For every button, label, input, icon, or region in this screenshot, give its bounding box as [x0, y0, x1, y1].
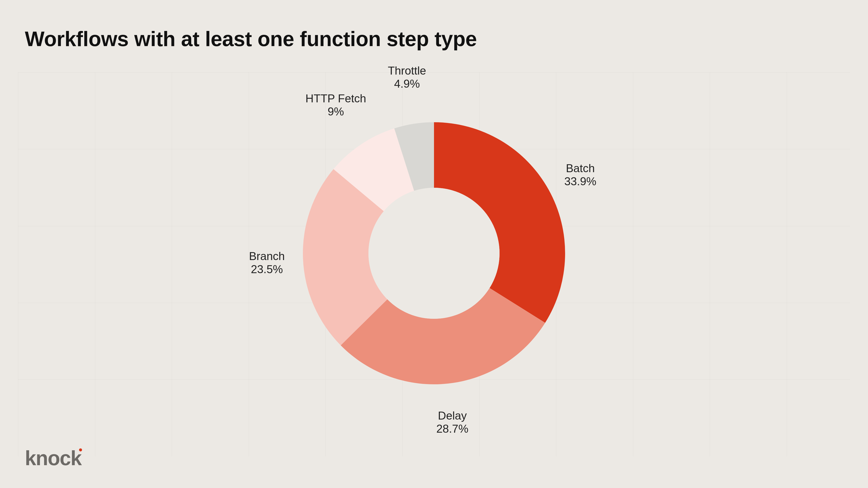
slice-label-branch: Branch23.5% [249, 250, 285, 275]
slice-label-throttle: Throttle4.9% [388, 64, 426, 90]
brand-logo: knock• [25, 447, 85, 470]
slice-label-batch: Batch33.9% [564, 162, 596, 188]
donut-chart: Batch33.9%Delay28.7%Branch23.5%HTTP Fetc… [163, 61, 705, 446]
slice-label-delay: Delay28.7% [436, 410, 468, 435]
brand-dot-icon: • [79, 444, 82, 456]
chart-title: Workflows with at least one function ste… [25, 27, 477, 51]
brand-text: knock [25, 447, 81, 469]
donut-hole [368, 188, 500, 319]
slice-label-http-fetch: HTTP Fetch9% [305, 92, 366, 118]
